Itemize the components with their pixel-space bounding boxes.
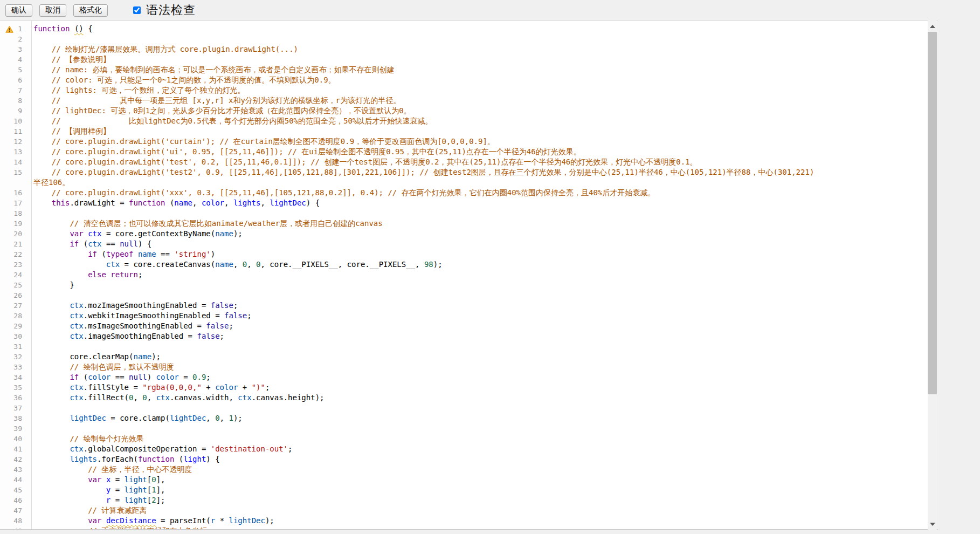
code-line[interactable]: var decDistance = parseInt(r * lightDec)… bbox=[27, 516, 928, 526]
line-row: 21 if (ctx == null) { bbox=[0, 239, 928, 249]
code-line[interactable]: // core.plugin.drawLight('curtain'); // … bbox=[27, 136, 928, 147]
code-line[interactable]: core.clearMap(name); bbox=[27, 352, 928, 362]
code-line[interactable]: // 正方形区域的直径和左上角坐标 bbox=[27, 526, 928, 530]
line-number: 47 bbox=[0, 505, 27, 516]
code-line[interactable]: var ctx = core.getContextByName(name); bbox=[27, 229, 928, 239]
code-lines[interactable]: 1function () {23 // 绘制灯光/漆黑层效果。调用方式 core… bbox=[0, 21, 928, 530]
code-line[interactable]: ctx.imageSmoothingEnabled = false; bbox=[27, 331, 928, 341]
line-row: 42 lights.forEach(function (light) { bbox=[0, 454, 928, 464]
line-row: 41 ctx.globalCompositeOperation = 'desti… bbox=[0, 444, 928, 454]
line-number: 1 bbox=[0, 24, 27, 34]
code-line[interactable] bbox=[27, 403, 928, 413]
code-line[interactable]: // 坐标，半径，中心不透明度 bbox=[27, 464, 928, 475]
confirm-button[interactable]: 确认 bbox=[5, 4, 32, 17]
line-row: 32 core.clearMap(name); bbox=[0, 352, 928, 362]
code-line[interactable] bbox=[27, 290, 928, 300]
code-line[interactable]: else return; bbox=[27, 270, 928, 280]
code-line[interactable] bbox=[27, 423, 928, 434]
line-number: 45 bbox=[0, 485, 27, 495]
code-line[interactable] bbox=[27, 341, 928, 352]
syntax-check-label: 语法检查 bbox=[146, 2, 196, 18]
code-line[interactable]: // color: 可选，只能是一个0~1之间的数，为不透明度的值。不填则默认为… bbox=[27, 75, 928, 85]
line-number: 11 bbox=[0, 126, 27, 136]
code-line[interactable]: // 其中每一项是三元组 [x,y,r] x和y分别为该灯光的横纵坐标，r为该灯… bbox=[27, 95, 928, 106]
line-row: 5 // name: 必填，要绘制到的画布名；可以是一个系统画布，或者是个自定义… bbox=[0, 65, 928, 75]
code-line[interactable]: if (color == null) color = 0.9; bbox=[27, 372, 928, 382]
line-number: 30 bbox=[0, 331, 27, 341]
code-line[interactable]: r = light[2]; bbox=[27, 495, 928, 505]
scrollbar-thumb[interactable] bbox=[928, 32, 937, 394]
code-line[interactable] bbox=[27, 208, 928, 218]
code-line[interactable]: function () { bbox=[27, 24, 928, 34]
scrollbar-down-button[interactable] bbox=[928, 519, 937, 529]
code-line[interactable]: ctx.mozImageSmoothingEnabled = false; bbox=[27, 300, 928, 311]
code-line[interactable]: ctx.fillStyle = "rgba(0,0,0," + color + … bbox=[27, 382, 928, 393]
code-line[interactable]: ctx = core.createCanvas(name, 0, 0, core… bbox=[27, 259, 928, 270]
line-row: 46 r = light[2]; bbox=[0, 495, 928, 505]
line-row: 22 if (typeof name == 'string') bbox=[0, 249, 928, 259]
code-line[interactable]: // 【调用样例】 bbox=[27, 126, 928, 136]
code-line[interactable]: ctx.webkitImageSmoothingEnabled = false; bbox=[27, 311, 928, 321]
line-number: 6 bbox=[0, 75, 27, 85]
line-number: 35 bbox=[0, 382, 27, 393]
code-line[interactable]: // 计算衰减距离 bbox=[27, 505, 928, 516]
code-line[interactable]: // name: 必填，要绘制到的画布名；可以是一个系统画布，或者是个自定义画布… bbox=[27, 65, 928, 75]
code-line[interactable]: // 清空色调层；也可以修改成其它层比如animate/weather层，或者用… bbox=[27, 218, 928, 229]
code-line[interactable]: // 【参数说明】 bbox=[27, 54, 928, 65]
code-line[interactable]: if (ctx == null) { bbox=[27, 239, 928, 249]
code-line[interactable]: ctx.fillRect(0, 0, ctx.canvas.width, ctx… bbox=[27, 393, 928, 403]
line-number: 25 bbox=[0, 280, 27, 290]
line-number: 9 bbox=[0, 106, 27, 116]
code-line[interactable]: // core.plugin.drawLight('xxx', 0.3, [[2… bbox=[27, 188, 928, 198]
line-row: 35 ctx.fillStyle = "rgba(0,0,0," + color… bbox=[0, 382, 928, 393]
line-number: 46 bbox=[0, 495, 27, 505]
line-number: 7 bbox=[0, 85, 27, 95]
code-line[interactable]: lights.forEach(function (light) { bbox=[27, 454, 928, 464]
line-number: 15 bbox=[0, 167, 27, 188]
syntax-check-checkbox[interactable] bbox=[133, 6, 141, 14]
code-line[interactable]: // lightDec: 可选，0到1之间，光从多少百分比才开始衰减（在此范围内… bbox=[27, 106, 928, 116]
format-button[interactable]: 格式化 bbox=[73, 4, 108, 17]
code-line[interactable]: // core.plugin.drawLight('ui', 0.95, [[2… bbox=[27, 147, 928, 157]
line-number: 8 bbox=[0, 95, 27, 106]
code-line[interactable]: } bbox=[27, 280, 928, 290]
code-line[interactable]: // lights: 可选，一个数组，定义了每个独立的灯光。 bbox=[27, 85, 928, 95]
line-number: 3 bbox=[0, 44, 27, 54]
code-line[interactable]: // 绘制每个灯光效果 bbox=[27, 434, 928, 444]
line-number: 34 bbox=[0, 372, 27, 382]
line-row: 23 ctx = core.createCanvas(name, 0, 0, c… bbox=[0, 259, 928, 270]
line-row: 47 // 计算衰减距离 bbox=[0, 505, 928, 516]
code-line[interactable]: this.drawLight = function (name, color, … bbox=[27, 198, 928, 208]
vertical-scrollbar[interactable] bbox=[928, 20, 937, 530]
code-line[interactable]: y = light[1], bbox=[27, 485, 928, 495]
code-line[interactable]: // 绘制色调层，默认不透明度 bbox=[27, 362, 928, 372]
line-row: 14 // core.plugin.drawLight('test', 0.2,… bbox=[0, 157, 928, 167]
line-row: 43 // 坐标，半径，中心不透明度 bbox=[0, 464, 928, 475]
code-line[interactable]: // core.plugin.drawLight('test2', 0.9, [… bbox=[27, 167, 928, 188]
code-line[interactable]: if (typeof name == 'string') bbox=[27, 249, 928, 259]
line-number: 13 bbox=[0, 147, 27, 157]
code-line[interactable] bbox=[27, 34, 928, 44]
line-row: 4 // 【参数说明】 bbox=[0, 54, 928, 65]
code-line[interactable]: ctx.globalCompositeOperation = 'destinat… bbox=[27, 444, 928, 454]
code-editor[interactable]: 1function () {23 // 绘制灯光/漆黑层效果。调用方式 core… bbox=[0, 20, 938, 530]
line-row: 24 else return; bbox=[0, 270, 928, 280]
line-row: 8 // 其中每一项是三元组 [x,y,r] x和y分别为该灯光的横纵坐标，r为… bbox=[0, 95, 928, 106]
code-line[interactable]: // 绘制灯光/漆黑层效果。调用方式 core.plugin.drawLight… bbox=[27, 44, 928, 54]
code-line[interactable]: var x = light[0], bbox=[27, 475, 928, 485]
code-line[interactable]: // 比如lightDec为0.5代表，每个灯光部分内圈50%的范围全亮，50%… bbox=[27, 116, 928, 126]
scrollbar-up-button[interactable] bbox=[928, 22, 937, 31]
code-line[interactable]: ctx.msImageSmoothingEnabled = false; bbox=[27, 321, 928, 331]
arrow-down-icon bbox=[930, 523, 935, 526]
line-row: 28 ctx.webkitImageSmoothingEnabled = fal… bbox=[0, 311, 928, 321]
code-line[interactable]: lightDec = core.clamp(lightDec, 0, 1); bbox=[27, 413, 928, 423]
line-number: 28 bbox=[0, 311, 27, 321]
line-row: 38 lightDec = core.clamp(lightDec, 0, 1)… bbox=[0, 413, 928, 423]
line-row: 39 bbox=[0, 423, 928, 434]
line-row: 18 bbox=[0, 208, 928, 218]
cancel-button[interactable]: 取消 bbox=[39, 4, 66, 17]
code-line[interactable]: // core.plugin.drawLight('test', 0.2, [[… bbox=[27, 157, 928, 167]
line-number: 48 bbox=[0, 516, 27, 526]
line-number: 41 bbox=[0, 444, 27, 454]
line-row: 17 this.drawLight = function (name, colo… bbox=[0, 198, 928, 208]
